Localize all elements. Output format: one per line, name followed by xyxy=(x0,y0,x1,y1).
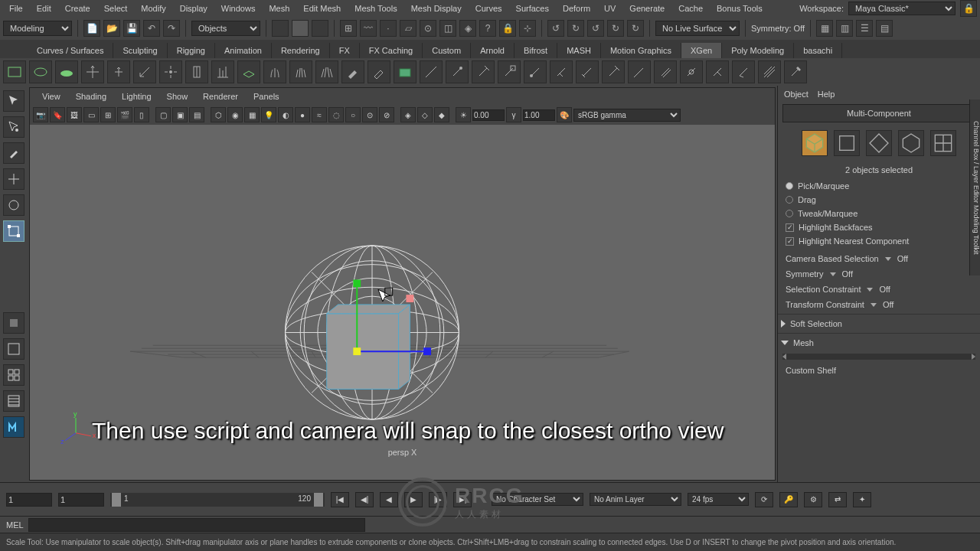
shelf-edit3-icon[interactable] xyxy=(472,60,495,83)
live-surface-dropdown[interactable]: No Live Surface xyxy=(655,21,740,36)
snap-plane-icon[interactable]: ▱ xyxy=(400,20,416,37)
mc-face-mode-icon[interactable] xyxy=(898,130,924,156)
vp-light-icon[interactable]: 💡 xyxy=(261,107,276,122)
vp-xray3-icon[interactable]: ◆ xyxy=(434,107,449,122)
shelf-grass3-icon[interactable] xyxy=(315,60,338,83)
step-fwd-button[interactable]: |▶ xyxy=(429,492,447,507)
tab-xgen[interactable]: XGen xyxy=(681,43,722,58)
radio-drag[interactable]: Drag xyxy=(786,193,972,207)
menu-create[interactable]: Create xyxy=(59,2,96,15)
tab-sculpting[interactable]: Sculpting xyxy=(113,43,167,58)
sync-icon[interactable]: ⇄ xyxy=(828,492,847,507)
shelf-brush1-icon[interactable] xyxy=(341,60,364,83)
save-scene-icon[interactable]: 💾 xyxy=(123,20,140,37)
radio-tweak-marquee[interactable]: Tweak/Marquee xyxy=(786,207,972,220)
tab-polymodeling[interactable]: Poly Modeling xyxy=(722,43,794,58)
menu-curves[interactable]: Curves xyxy=(469,2,508,15)
shelf-edit9-icon[interactable] xyxy=(628,60,651,83)
autokey-button[interactable]: 🔑 xyxy=(779,492,798,507)
rotate-tool[interactable] xyxy=(3,194,24,216)
vp-bookmark-icon[interactable]: 🔖 xyxy=(50,107,65,122)
shelf-edit6-icon[interactable] xyxy=(550,60,573,83)
vp-shade1-icon[interactable]: ▢ xyxy=(155,107,171,122)
vpmenu-renderer[interactable]: Renderer xyxy=(197,90,244,103)
timeline-start-frame[interactable] xyxy=(58,493,104,507)
last-tool[interactable] xyxy=(3,312,24,334)
check-highlight-nearest[interactable]: ✓Highlight Nearest Component xyxy=(786,234,972,248)
shelf-edit10-icon[interactable] xyxy=(654,60,677,83)
vp-image-icon[interactable]: 🖼 xyxy=(67,107,82,122)
workspace-select[interactable]: Maya Classic* xyxy=(848,2,956,15)
shelf-edit15-icon[interactable] xyxy=(784,60,807,83)
vp-2d-icon[interactable]: ▭ xyxy=(83,107,99,122)
mesh-section-header[interactable]: Mesh xyxy=(778,333,980,352)
script-icon[interactable]: ✦ xyxy=(853,492,871,507)
undo-icon[interactable]: ↶ xyxy=(143,20,160,37)
shelf-grass1-icon[interactable] xyxy=(263,60,286,83)
layout-single-tool[interactable] xyxy=(3,338,24,360)
snap-view-icon[interactable]: ◫ xyxy=(439,20,456,37)
shelf-edit2-icon[interactable] xyxy=(446,60,469,83)
cmd-input[interactable] xyxy=(28,518,365,532)
modelingtk-toggle-icon[interactable]: ▤ xyxy=(876,20,893,37)
lock-icon[interactable]: 🔒 xyxy=(960,0,977,17)
mc-edge-mode-icon[interactable] xyxy=(866,130,892,156)
shelf-plane-icon[interactable] xyxy=(237,60,260,83)
shelf-scale-icon[interactable] xyxy=(133,60,156,83)
time-slider[interactable]: 1 120 xyxy=(110,493,325,507)
mc-uv-mode-icon[interactable] xyxy=(930,130,956,156)
shelf-rotate-icon[interactable] xyxy=(107,60,130,83)
tab-basachi[interactable]: basachi xyxy=(794,43,842,58)
shelf-edit14-icon[interactable] xyxy=(758,60,781,83)
menu-meshdisplay[interactable]: Mesh Display xyxy=(405,2,468,15)
scale-tool[interactable] xyxy=(3,220,24,242)
goto-start-button[interactable]: |◀ xyxy=(331,492,349,507)
shelf-move-icon[interactable] xyxy=(81,60,104,83)
redo-icon[interactable]: ↷ xyxy=(163,20,180,37)
layout-four-tool[interactable] xyxy=(3,364,24,386)
layout-outliner-tool[interactable] xyxy=(3,390,24,412)
shelf-edit7-icon[interactable] xyxy=(576,60,599,83)
shelf-edit11-icon[interactable] xyxy=(680,60,703,83)
symmetry-label[interactable]: Symmetry: Off xyxy=(751,24,805,33)
shelf-edit5-icon[interactable] xyxy=(524,60,547,83)
vp-smooth-icon[interactable]: ◉ xyxy=(227,107,243,122)
paint-select-tool[interactable] xyxy=(3,142,24,164)
multi-component-header[interactable]: Multi-Component xyxy=(782,104,975,122)
snap-center-icon[interactable]: ⊙ xyxy=(420,20,436,37)
vp-colorspace-select[interactable]: sRGB gamma xyxy=(573,109,681,122)
history-del-icon[interactable]: ↺ xyxy=(587,20,604,37)
menu-modify[interactable]: Modify xyxy=(135,2,172,15)
menu-mesh[interactable]: Mesh xyxy=(263,2,296,15)
vp-color-icon[interactable]: 🎨 xyxy=(557,107,572,122)
history-opt-icon[interactable]: ↻ xyxy=(627,20,644,37)
check-highlight-backfaces[interactable]: ✓Highlight Backfaces xyxy=(786,220,972,234)
manip-y-handle[interactable] xyxy=(353,279,361,287)
menu-bonustools[interactable]: Bonus Tools xyxy=(710,2,769,15)
live-toggle-icon[interactable]: ⊹ xyxy=(519,20,536,37)
shelf-pivot-icon[interactable] xyxy=(159,60,182,83)
shelf-edit13-icon[interactable] xyxy=(732,60,755,83)
play-back-button[interactable]: ◀ xyxy=(380,492,398,507)
shelf-edit12-icon[interactable] xyxy=(706,60,729,83)
channelbox-toggle-icon[interactable]: ▥ xyxy=(836,20,853,37)
manip-z-handle[interactable] xyxy=(406,295,413,302)
tab-fxcaching[interactable]: FX Caching xyxy=(360,43,423,58)
vp-gamma-icon[interactable]: γ xyxy=(506,107,521,122)
vp-xray-icon[interactable]: ◈ xyxy=(400,107,416,122)
maya-logo-icon[interactable] xyxy=(3,416,24,438)
vp-shade2-icon[interactable]: ▣ xyxy=(172,107,188,122)
menu-display[interactable]: Display xyxy=(174,2,214,15)
tab-bifrost[interactable]: Bifrost xyxy=(514,43,557,58)
cmd-language[interactable]: MEL xyxy=(6,520,24,530)
vp-ao-icon[interactable]: ● xyxy=(295,107,310,122)
vp-aa-icon[interactable]: ◌ xyxy=(328,107,344,122)
shelf-freeze-icon[interactable] xyxy=(185,60,208,83)
prefs-icon[interactable]: ⚙ xyxy=(804,492,822,507)
goto-end-button[interactable]: ▶| xyxy=(453,492,472,507)
rpmenu-object[interactable]: Object xyxy=(784,90,808,99)
shelf-edit8-icon[interactable] xyxy=(602,60,625,83)
menu-generate[interactable]: Generate xyxy=(623,2,671,15)
menu-edit[interactable]: Edit xyxy=(31,2,57,15)
snap-surface-icon[interactable]: ◈ xyxy=(459,20,476,37)
